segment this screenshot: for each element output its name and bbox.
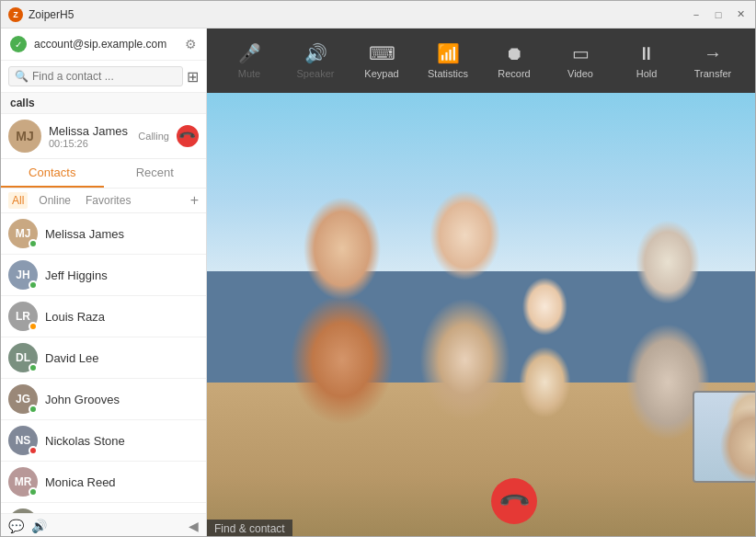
mute-icon: 🎤 <box>238 42 261 64</box>
toolbar-mute-button[interactable]: 🎤 Mute <box>216 29 282 93</box>
toolbar-addcall-button[interactable]: + Add call <box>746 29 756 93</box>
contact-avatar: DR <box>8 508 38 513</box>
toolbar-statistics-button[interactable]: 📶 Statistics <box>415 29 481 93</box>
hold-icon: ⏸ <box>637 43 656 64</box>
video-area: 📞 Find & contact <box>207 93 756 537</box>
title-bar: Z ZoiperH5 − □ ✕ <box>1 1 755 29</box>
app-body: account@sip.example.com ⚙ 🔍 ⊞ calls MJ M… <box>1 29 755 537</box>
mute-label: Mute <box>238 68 260 79</box>
list-item[interactable]: JG John Grooves <box>1 379 206 420</box>
app-icon: Z <box>8 7 23 22</box>
video-label: Video <box>567 68 593 79</box>
toolbar-record-button[interactable]: ⏺ Record <box>481 29 547 93</box>
app-title: ZoiperH5 <box>29 8 689 21</box>
settings-icon[interactable]: ⚙ <box>185 37 197 51</box>
contact-status-dot <box>29 280 38 290</box>
close-button[interactable]: ✕ <box>733 7 748 22</box>
speaker-label: Speaker <box>297 68 335 79</box>
statistics-label: Statistics <box>428 68 468 79</box>
list-item[interactable]: NS Nickolas Stone <box>1 420 206 462</box>
statistics-icon: 📶 <box>437 42 460 64</box>
search-icon: 🔍 <box>15 70 29 83</box>
contact-status-dot <box>29 405 38 414</box>
maximize-button[interactable]: □ <box>711 7 726 22</box>
account-status-indicator <box>10 36 27 52</box>
caller-info: Melissa James 00:15:26 <box>49 124 131 149</box>
pip-person <box>694 393 756 481</box>
main-content: 🎤 Mute 🔊 Speaker ⌨ Keypad 📶 Statistics ⏺… <box>207 29 756 537</box>
collapse-sidebar-button[interactable]: ◀ <box>189 519 199 533</box>
contact-name: John Grooves <box>45 393 120 406</box>
add-filter-button[interactable]: + <box>190 192 199 209</box>
tab-recent[interactable]: Recent <box>104 159 207 188</box>
contact-name: Jeff Higgins <box>45 268 108 282</box>
pip-video <box>693 391 756 483</box>
list-item[interactable]: MJ Melissa James <box>1 213 206 255</box>
active-call[interactable]: MJ Melissa James 00:15:26 Calling 📞 <box>1 114 206 159</box>
caller-name: Melissa James <box>49 124 131 138</box>
contact-list: MJ Melissa James JH Jeff Higgins LR Loui… <box>1 213 206 513</box>
minimize-button[interactable]: − <box>689 7 704 22</box>
find-contact-bar: Find & contact <box>207 520 292 537</box>
list-item[interactable]: JH Jeff Higgins <box>1 255 206 296</box>
caller-avatar: MJ <box>8 120 41 153</box>
account-row: account@sip.example.com ⚙ <box>1 29 206 61</box>
end-call-button[interactable]: 📞 <box>172 120 203 152</box>
search-row: 🔍 ⊞ <box>1 61 206 93</box>
toolbar-hold-button[interactable]: ⏸ Hold <box>613 29 680 93</box>
contact-tabs: Contacts Recent <box>1 159 206 189</box>
contact-name: David Lee <box>45 351 99 365</box>
contact-avatar-wrap: DR <box>8 508 38 513</box>
contact-name: Louis Raza <box>45 310 105 324</box>
toolbar-keypad-button[interactable]: ⌨ Keypad <box>349 29 415 93</box>
sidebar-bottom-bar: 💬 🔊 ◀ <box>1 513 206 537</box>
contact-name: Melissa James <box>45 227 124 241</box>
list-item[interactable]: LR Louis Raza <box>1 296 206 337</box>
record-icon: ⏺ <box>505 43 523 64</box>
video-icon: ▭ <box>572 42 590 64</box>
toolbar-speaker-button[interactable]: 🔊 Speaker <box>282 29 349 93</box>
filter-favorites[interactable]: Favorites <box>82 192 134 209</box>
contact-avatar-wrap: MR <box>8 467 38 497</box>
video-people-overlay <box>207 93 756 537</box>
grid-icon[interactable]: ⊞ <box>187 68 199 86</box>
filter-online[interactable]: Online <box>35 192 74 209</box>
contact-name: Nickolas Stone <box>45 434 125 448</box>
volume-icon[interactable]: 🔊 <box>31 519 47 533</box>
search-input[interactable] <box>32 70 177 83</box>
contact-status-dot <box>29 487 38 497</box>
toolbar-transfer-button[interactable]: → Transfer <box>680 29 746 93</box>
find-contact-text: Find & contact <box>214 522 285 535</box>
contact-status-dot <box>29 446 38 455</box>
speaker-icon: 🔊 <box>304 42 327 64</box>
list-item[interactable]: DR Daniel Ricciardo <box>1 503 206 513</box>
list-item[interactable]: DL David Lee <box>1 337 206 379</box>
contact-avatar-wrap: DL <box>8 343 38 372</box>
contact-status-dot <box>29 239 38 248</box>
contact-avatar-wrap: LR <box>8 302 38 331</box>
calls-section-label: calls <box>1 93 206 114</box>
account-email: account@sip.example.com <box>34 38 185 51</box>
record-label: Record <box>498 68 530 79</box>
video-toolbar: 🎤 Mute 🔊 Speaker ⌨ Keypad 📶 Statistics ⏺… <box>207 29 756 93</box>
call-timer: 00:15:26 <box>49 138 131 149</box>
contact-avatar-wrap: JG <box>8 384 38 414</box>
search-box[interactable]: 🔍 <box>8 66 183 86</box>
call-status: Calling <box>138 131 169 142</box>
toolbar-video-button[interactable]: ▭ Video <box>547 29 613 93</box>
sidebar: account@sip.example.com ⚙ 🔍 ⊞ calls MJ M… <box>1 29 207 537</box>
keypad-label: Keypad <box>364 68 398 79</box>
contact-avatar-wrap: NS <box>8 426 38 455</box>
filter-all[interactable]: All <box>8 192 28 209</box>
transfer-icon: → <box>704 43 722 64</box>
filter-row: All Online Favorites + <box>1 189 206 213</box>
contact-avatar-wrap: JH <box>8 260 38 290</box>
end-call-overlay-button[interactable]: 📞 <box>491 478 537 524</box>
keypad-icon: ⌨ <box>369 42 395 64</box>
tab-contacts[interactable]: Contacts <box>1 159 104 188</box>
contact-name: Monica Reed <box>45 475 116 489</box>
list-item[interactable]: MR Monica Reed <box>1 462 206 503</box>
chat-icon[interactable]: 💬 <box>8 519 24 533</box>
hold-label: Hold <box>636 68 658 79</box>
window-controls: − □ ✕ <box>689 7 748 22</box>
